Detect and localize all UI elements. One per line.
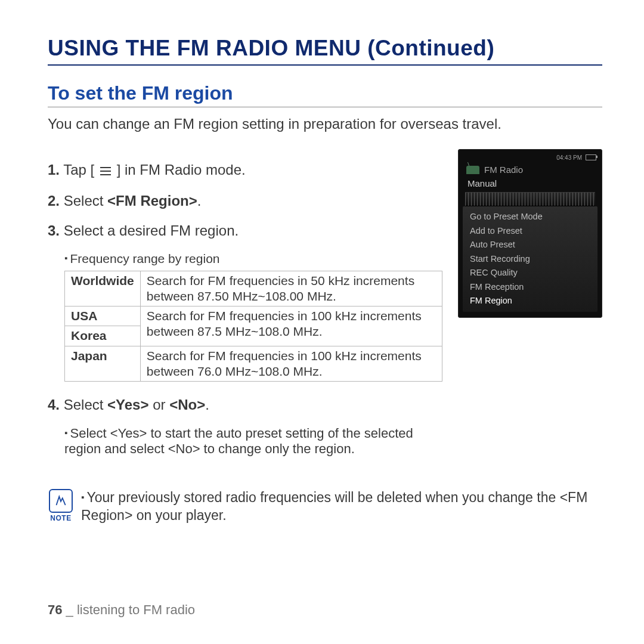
step-text: Select a desired FM region. xyxy=(64,222,239,239)
step-text: . xyxy=(205,397,209,413)
steps-column: 1. Tap [ ] in FM Radio mode. 2. Select <… xyxy=(48,149,442,462)
step-4: 4. Select <Yes> or <No>. xyxy=(48,396,442,414)
step-text: Select xyxy=(64,397,107,413)
page-footer: 76 _ listening to FM radio xyxy=(48,602,195,618)
step-number: 1. xyxy=(48,162,60,178)
frequency-table: Worldwide Search for FM frequencies in 5… xyxy=(64,271,442,382)
step-number: 2. xyxy=(48,193,60,209)
region-cell: Korea xyxy=(65,326,141,346)
step-bold: <No> xyxy=(169,397,205,413)
device-time: 04:43 PM xyxy=(556,154,582,161)
table-row: Worldwide Search for FM frequencies in 5… xyxy=(65,271,442,306)
note-label: NOTE xyxy=(50,514,71,522)
step-text: ] in FM Radio mode. xyxy=(117,162,246,178)
note-block: NOTE Your previously stored radio freque… xyxy=(48,489,602,525)
note-text: Your previously stored radio frequencies… xyxy=(81,489,602,525)
footer-sep: _ xyxy=(62,602,76,617)
step-3-sub: Frequency range by region xyxy=(64,252,442,266)
step-4-sub: Select <Yes> to start the auto preset se… xyxy=(64,426,442,457)
desc-cell: Search for FM frequencies in 50 kHz incr… xyxy=(140,271,442,306)
device-menu-item: FM Reception xyxy=(463,280,597,295)
device-mode: Manual xyxy=(462,178,599,192)
region-cell: Worldwide xyxy=(65,271,141,306)
device-menu-item-selected: FM Region xyxy=(463,294,597,308)
device-app-title: FM Radio xyxy=(462,162,599,178)
section-heading: To set the FM region xyxy=(48,82,602,107)
device-title-text: FM Radio xyxy=(484,165,523,175)
page-number: 76 xyxy=(48,602,62,617)
footer-section: listening to FM radio xyxy=(77,602,195,617)
device-menu-item: Auto Preset xyxy=(463,238,597,252)
step-1: 1. Tap [ ] in FM Radio mode. xyxy=(48,161,442,180)
step-bold: <Yes> xyxy=(107,397,148,413)
note-icon xyxy=(49,489,73,513)
step-bold: <FM Region> xyxy=(107,193,197,209)
battery-icon xyxy=(586,154,596,160)
intro-text: You can change an FM region setting in p… xyxy=(48,116,602,132)
region-cell: Japan xyxy=(65,346,141,382)
step-number: 3. xyxy=(48,222,60,239)
step-text: Tap [ xyxy=(63,162,94,178)
device-menu-item: REC Quality xyxy=(463,266,597,280)
radio-icon xyxy=(466,166,479,174)
step-text: or xyxy=(148,397,169,413)
page-heading: USING THE FM RADIO MENU (Continued) xyxy=(48,36,602,66)
desc-cell: Search for FM frequencies in 100 kHz inc… xyxy=(140,346,442,382)
table-row: Japan Search for FM frequencies in 100 k… xyxy=(65,346,442,382)
device-menu-item: Start Recording xyxy=(463,252,597,267)
device-tuning-dial xyxy=(465,192,595,206)
manual-page: USING THE FM RADIO MENU (Continued) To s… xyxy=(0,0,644,644)
device-screenshot: 04:43 PM FM Radio Manual Go to Preset Mo… xyxy=(458,149,602,318)
step-3: 3. Select a desired FM region. xyxy=(48,222,442,240)
note-icon-wrap: NOTE xyxy=(48,489,74,522)
device-menu: Go to Preset Mode Add to Preset Auto Pre… xyxy=(463,206,597,312)
device-menu-item: Add to Preset xyxy=(463,224,597,239)
step-number: 4. xyxy=(48,397,60,413)
device-statusbar: 04:43 PM xyxy=(462,153,599,162)
desc-cell: Search for FM frequencies in 100 kHz inc… xyxy=(140,306,442,346)
table-row: USA Search for FM frequencies in 100 kHz… xyxy=(65,306,442,326)
menu-icon xyxy=(100,162,112,180)
step-text: . xyxy=(197,193,202,209)
device-menu-item: Go to Preset Mode xyxy=(463,210,597,224)
step-2: 2. Select <FM Region>. xyxy=(48,192,442,210)
region-cell: USA xyxy=(65,306,141,326)
step-text: Select xyxy=(64,193,107,209)
